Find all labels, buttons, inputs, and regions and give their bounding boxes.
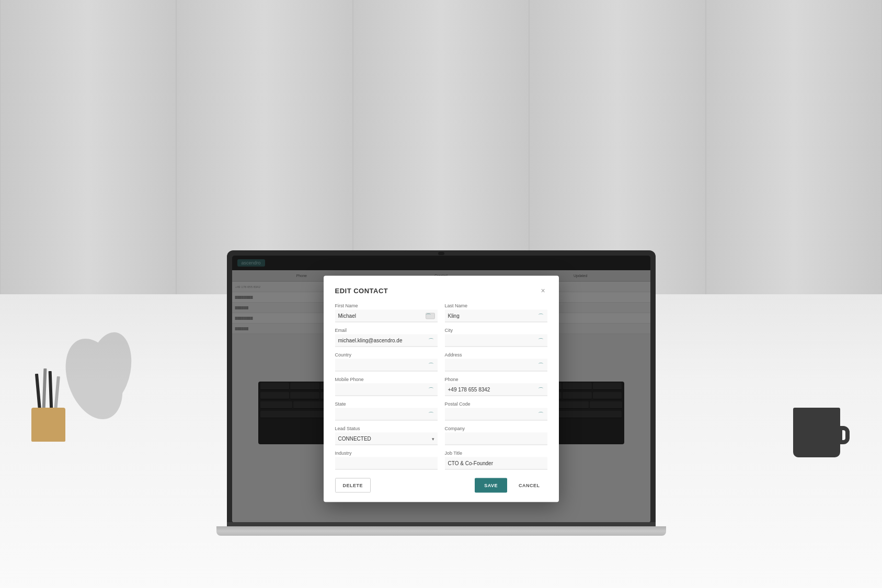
state-label: State [335,401,438,407]
postal-code-input-wrapper: ⌒ [445,408,547,421]
laptop-notch [438,252,444,255]
address-input-wrapper: ⌒ [445,359,547,372]
job-title-input-wrapper [445,457,547,470]
industry-input[interactable] [335,457,438,470]
country-group: Country ⌒ [335,352,438,372]
lead-status-select-wrapper: CONNECTED NEW IN PROGRESS CLOSED ▾ [335,433,438,445]
postal-code-label: Postal Code [445,401,547,407]
brain-icon: ⌒ [537,411,545,418]
city-group: City ⌒ [445,328,547,347]
laptop-screen: ascendro Phone Created Updated +49 178 6… [232,256,650,522]
last-name-group: Last Name ⌒ [445,303,547,322]
pencil-holder [31,400,68,442]
mug-handle [838,426,850,444]
brain-icon: ⌒ [537,337,545,344]
laptop-hinge [227,522,656,526]
company-input[interactable] [445,433,547,445]
lead-status-select[interactable]: CONNECTED NEW IN PROGRESS CLOSED [335,433,438,445]
brain-icon: ⌒ [428,337,435,344]
postal-code-group: Postal Code ⌒ [445,401,547,421]
email-label: Email [335,328,438,333]
modal-title: EDIT CONTACT [335,286,388,294]
city-label: City [445,328,547,333]
address-input[interactable] [445,359,547,372]
postal-code-input[interactable] [445,408,547,421]
cancel-button[interactable]: CANCEL [511,478,547,493]
close-button[interactable]: × [539,286,547,295]
city-input[interactable] [445,335,547,347]
first-name-label: First Name [335,303,438,308]
brain-icon: ⌒ [537,362,545,369]
coffee-mug [793,400,840,457]
job-title-input[interactable] [445,457,547,470]
job-title-label: Job Title [445,451,547,456]
country-input[interactable] [335,359,438,372]
laptop-base-container [227,526,656,536]
industry-group: Industry [335,451,438,470]
brain-icon: ⌒ [537,386,545,394]
phone-label: Phone [445,377,547,382]
laptop-screen-container: ascendro Phone Created Updated +49 178 6… [227,250,656,522]
wall-panel [706,0,882,324]
mobile-phone-input[interactable] [335,384,438,396]
last-name-label: Last Name [445,303,547,308]
phone-input[interactable] [445,384,547,396]
laptop: ascendro Phone Created Updated +49 178 6… [227,250,656,536]
phone-group: Phone ⌒ [445,377,547,396]
brain-icon: ⌒ [425,313,432,320]
first-name-input-wrapper: ⌒ [335,310,438,322]
job-title-group: Job Title [445,451,547,470]
modal-action-buttons: SAVE CANCEL [475,478,547,493]
email-input[interactable] [335,335,438,347]
mobile-phone-group: Mobile Phone ⌒ [335,377,438,396]
edit-contact-modal: EDIT CONTACT × First Name ⌒ [324,276,559,502]
country-input-wrapper: ⌒ [335,359,438,372]
first-name-input[interactable] [335,310,438,322]
lead-status-label: Lead Status [335,426,438,431]
state-input-wrapper: ⌒ [335,408,438,421]
modal-form-grid: First Name ⌒ Last Name [335,303,547,470]
company-input-wrapper [445,433,547,445]
mug-body [793,408,840,457]
company-label: Company [445,426,547,431]
mobile-phone-input-wrapper: ⌒ [335,384,438,396]
state-group: State ⌒ [335,401,438,421]
laptop-base [216,526,666,536]
card-icon-area: ⌒ [426,313,435,319]
first-name-group: First Name ⌒ [335,303,438,322]
save-button[interactable]: SAVE [475,478,507,493]
email-input-wrapper: ⌒ [335,335,438,347]
lead-status-group: Lead Status CONNECTED NEW IN PROGRESS CL… [335,426,438,445]
brain-icon: ⌒ [428,386,435,394]
phone-input-wrapper: ⌒ [445,384,547,396]
last-name-input-wrapper: ⌒ [445,310,547,322]
modal-footer: DELETE SAVE CANCEL [335,478,547,493]
brain-icon: ⌒ [537,313,545,320]
state-input[interactable] [335,408,438,421]
industry-label: Industry [335,451,438,456]
city-input-wrapper: ⌒ [445,335,547,347]
pencil-holder-box [31,408,65,442]
wall-panel [0,0,176,324]
brain-icon: ⌒ [428,362,435,369]
country-label: Country [335,352,438,358]
company-group: Company [445,426,547,445]
industry-input-wrapper [335,457,438,470]
plant-shadow [63,327,141,431]
modal-header: EDIT CONTACT × [335,286,547,295]
mobile-phone-label: Mobile Phone [335,377,438,382]
last-name-input[interactable] [445,310,547,322]
email-group: Email ⌒ [335,328,438,347]
address-label: Address [445,352,547,358]
brain-icon: ⌒ [428,411,435,418]
address-group: Address ⌒ [445,352,547,372]
delete-button[interactable]: DELETE [335,478,371,493]
